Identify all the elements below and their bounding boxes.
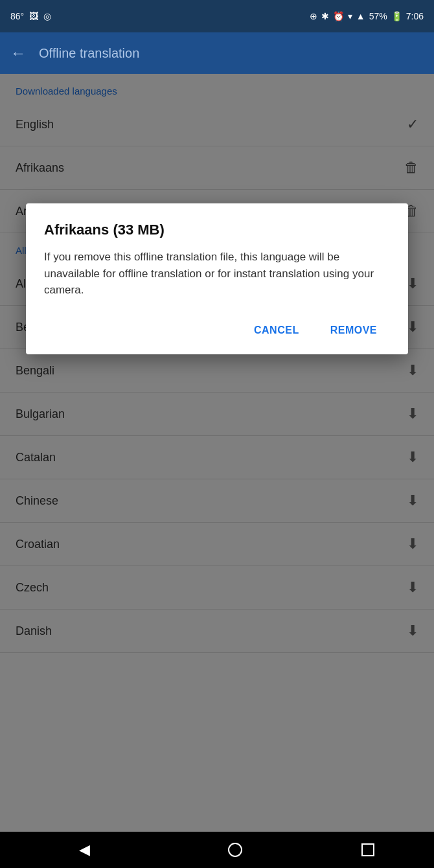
- shazam-icon: ◎: [43, 11, 51, 21]
- status-right: ⊕ ✱ ⏰ ▾ ▲ 57% 🔋 7:06: [310, 11, 424, 21]
- recents-nav-button[interactable]: [361, 843, 374, 856]
- time: 7:06: [406, 11, 424, 21]
- dialog: Afrikaans (33 MB) If you remove this off…: [26, 203, 408, 354]
- battery-text: 57%: [369, 11, 387, 21]
- status-bar: 86° 🖼 ◎ ⊕ ✱ ⏰ ▾ ▲ 57% 🔋 7:06: [0, 0, 434, 32]
- back-nav-button[interactable]: ◀: [60, 835, 109, 865]
- signal-icon: ▲: [356, 11, 365, 21]
- remove-button[interactable]: REMOVE: [317, 317, 390, 344]
- cancel-button[interactable]: CANCEL: [241, 317, 312, 344]
- image-icon: 🖼: [29, 11, 38, 21]
- page-title: Offline translation: [39, 46, 139, 61]
- alarm-icon: ⏰: [333, 11, 344, 21]
- bottom-nav: ◀: [0, 832, 434, 868]
- dialog-body: If you remove this offline translation f…: [44, 249, 390, 299]
- app-bar: ← Offline translation: [0, 32, 434, 74]
- content-area: Downloaded languages English ✓ Afrikaans…: [0, 74, 434, 832]
- home-nav-button[interactable]: [228, 843, 242, 857]
- dialog-actions: CANCEL REMOVE: [44, 317, 390, 344]
- temperature: 86°: [10, 11, 24, 21]
- status-left: 86° 🖼 ◎: [10, 11, 51, 21]
- bluetooth-icon: ✱: [321, 11, 329, 21]
- back-button[interactable]: ←: [10, 44, 26, 62]
- wifi-icon: ▾: [348, 11, 352, 21]
- overlay-dim: [0, 74, 434, 832]
- dialog-title: Afrikaans (33 MB): [44, 222, 390, 238]
- battery-icon: 🔋: [391, 11, 402, 21]
- circle-plus-icon: ⊕: [310, 11, 317, 21]
